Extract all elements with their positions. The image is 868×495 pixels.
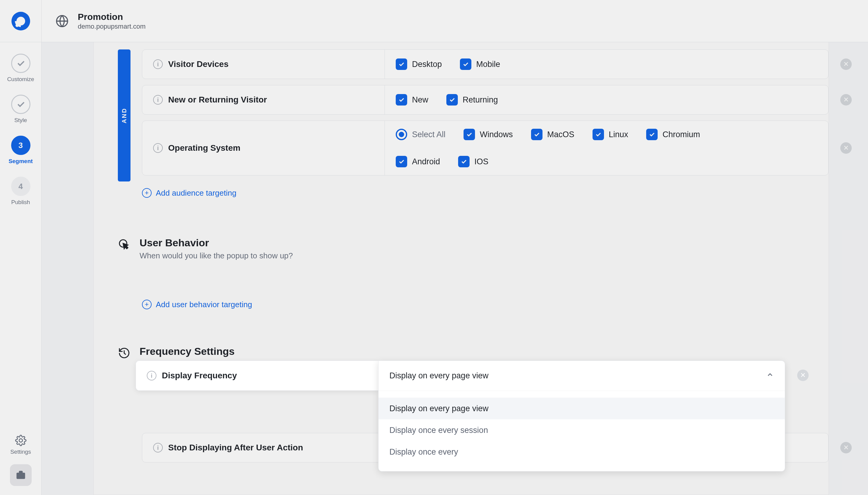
nav-segment[interactable]: 3 Segment bbox=[8, 136, 33, 165]
row-operating-system: i Operating System Select All Windows Ma… bbox=[142, 121, 829, 175]
checkbox-new[interactable]: New bbox=[396, 94, 428, 105]
nav-publish[interactable]: 4 Publish bbox=[11, 177, 31, 206]
dropdown-option[interactable]: Display once every bbox=[379, 441, 785, 463]
section-title: Frequency Settings bbox=[140, 345, 293, 357]
info-icon[interactable]: i bbox=[153, 59, 163, 69]
nav-style[interactable]: Style bbox=[11, 95, 31, 124]
checkbox-mobile[interactable]: Mobile bbox=[460, 58, 500, 70]
frequency-dropdown[interactable]: Display on every page view Display on ev… bbox=[378, 361, 785, 472]
checkbox-macos[interactable]: MacOS bbox=[531, 129, 574, 140]
checkbox-chromium[interactable]: Chromium bbox=[646, 129, 700, 140]
header: Promotion demo.popupsmart.com bbox=[0, 0, 868, 42]
svg-point-2 bbox=[15, 24, 18, 27]
plus-icon: + bbox=[142, 188, 152, 198]
info-icon[interactable]: i bbox=[153, 95, 163, 105]
checkbox-desktop[interactable]: Desktop bbox=[396, 58, 442, 70]
left-nav: Customize Style 3 Segment 4 Publish Sett… bbox=[0, 42, 41, 495]
page-title: Promotion bbox=[78, 12, 145, 22]
add-audience-targeting-link[interactable]: + Add audience targeting bbox=[142, 188, 829, 198]
checkbox-linux[interactable]: Linux bbox=[592, 129, 628, 140]
settings-button[interactable]: Settings bbox=[10, 435, 31, 455]
row-visitor-devices: i Visitor Devices Desktop Mobile ✕ bbox=[142, 49, 829, 79]
briefcase-button[interactable] bbox=[10, 464, 32, 486]
globe-icon bbox=[55, 15, 69, 28]
add-behavior-targeting-link[interactable]: + Add user behavior targeting bbox=[142, 300, 829, 309]
nav-customize[interactable]: Customize bbox=[7, 54, 34, 83]
info-icon[interactable]: i bbox=[153, 443, 163, 453]
svg-rect-5 bbox=[16, 473, 25, 479]
gear-icon bbox=[15, 435, 27, 446]
page-domain: demo.popupsmart.com bbox=[78, 23, 145, 31]
remove-row-button[interactable]: ✕ bbox=[840, 442, 852, 454]
dropdown-options: Display on every page view Display once … bbox=[379, 391, 785, 471]
cursor-click-icon bbox=[118, 238, 131, 251]
checkbox-windows[interactable]: Windows bbox=[464, 129, 513, 140]
dropdown-selected-label: Display on every page view bbox=[389, 371, 489, 380]
remove-row-button[interactable]: ✕ bbox=[840, 58, 852, 70]
checkbox-returning[interactable]: Returning bbox=[446, 94, 498, 105]
section-title: User Behavior bbox=[140, 237, 293, 249]
remove-row-button[interactable]: ✕ bbox=[840, 142, 852, 154]
chevron-up-icon bbox=[766, 371, 774, 381]
section-subtitle: When would you like the popup to show up… bbox=[140, 251, 293, 260]
briefcase-icon bbox=[15, 470, 27, 481]
checkbox-ios[interactable]: IOS bbox=[458, 156, 489, 167]
row-new-returning: i New or Returning Visitor New Returning… bbox=[142, 85, 829, 115]
svg-point-4 bbox=[19, 439, 22, 442]
info-icon[interactable]: i bbox=[153, 143, 163, 153]
info-icon[interactable]: i bbox=[147, 371, 156, 380]
dropdown-option[interactable]: Display once every session bbox=[379, 419, 785, 441]
remove-row-button[interactable]: ✕ bbox=[840, 94, 852, 105]
app-logo[interactable] bbox=[0, 0, 41, 42]
history-icon bbox=[118, 347, 131, 359]
checkbox-android[interactable]: Android bbox=[396, 156, 440, 167]
remove-row-button[interactable]: ✕ bbox=[797, 370, 809, 381]
and-connector: AND bbox=[118, 49, 131, 182]
plus-icon: + bbox=[142, 300, 152, 309]
dropdown-option[interactable]: Display on every page view bbox=[379, 398, 785, 419]
radio-select-all[interactable]: Select All bbox=[396, 129, 446, 140]
